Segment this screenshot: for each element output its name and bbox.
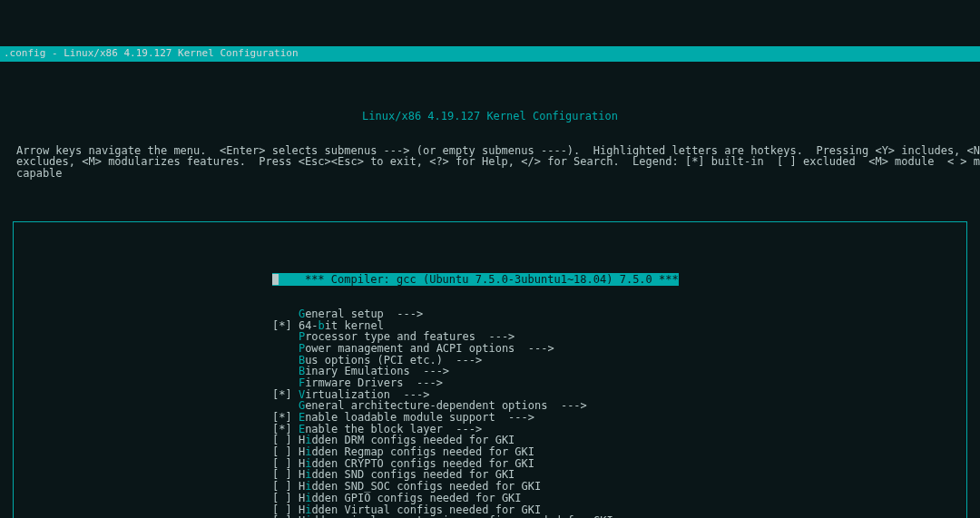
- page-title: Linux/x86 4.19.127 Kernel Configuration: [5, 111, 975, 122]
- help-text: Arrow keys navigate the menu. <Enter> se…: [5, 145, 975, 180]
- menu-item-compiler[interactable]: *** Compiler: gcc (Ubuntu 7.5.0-3ubuntu1…: [272, 274, 966, 286]
- selected-prefix: [279, 273, 305, 286]
- main-content: Linux/x86 4.19.127 Kernel Configuration …: [0, 84, 980, 518]
- menu-label: dden wireless extension configs needed f…: [311, 514, 612, 518]
- window-titlebar: .config - Linux/x86 4.19.127 Kernel Conf…: [0, 46, 980, 62]
- selected-label: *** Compiler: gcc (Ubuntu 7.5.0-3ubuntu1…: [305, 273, 679, 286]
- menu-box: *** Compiler: gcc (Ubuntu 7.5.0-3ubuntu1…: [13, 221, 967, 518]
- menu-list[interactable]: *** Compiler: gcc (Ubuntu 7.5.0-3ubuntu1…: [14, 245, 966, 518]
- menu-mark: [ ]: [272, 514, 299, 518]
